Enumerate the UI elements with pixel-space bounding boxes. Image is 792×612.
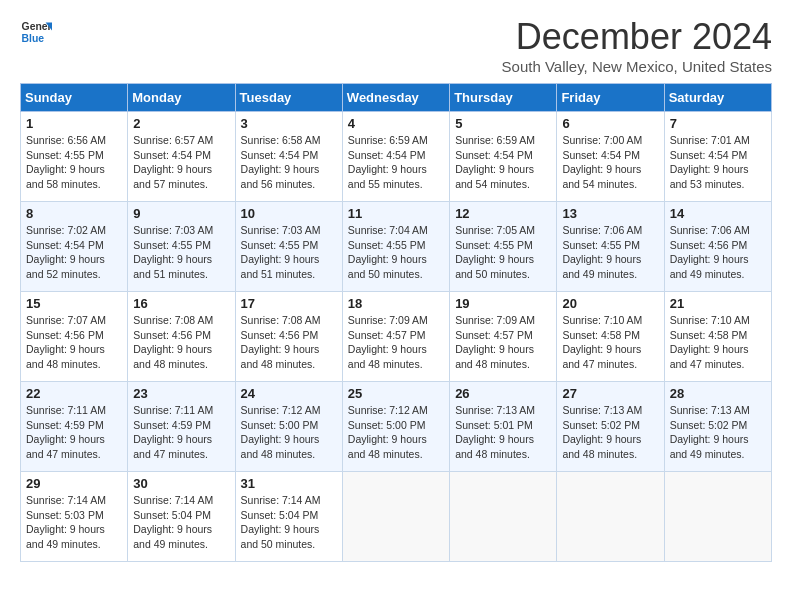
day-number: 26 (455, 386, 551, 401)
day-number: 13 (562, 206, 658, 221)
day-info: Sunrise: 6:59 AM Sunset: 4:54 PM Dayligh… (348, 133, 444, 192)
day-number: 2 (133, 116, 229, 131)
calendar-day-cell: 1Sunrise: 6:56 AM Sunset: 4:55 PM Daylig… (21, 112, 128, 202)
calendar-table: SundayMondayTuesdayWednesdayThursdayFrid… (20, 83, 772, 562)
calendar-day-cell: 7Sunrise: 7:01 AM Sunset: 4:54 PM Daylig… (664, 112, 771, 202)
calendar-day-cell: 26Sunrise: 7:13 AM Sunset: 5:01 PM Dayli… (450, 382, 557, 472)
calendar-day-cell: 27Sunrise: 7:13 AM Sunset: 5:02 PM Dayli… (557, 382, 664, 472)
day-info: Sunrise: 7:06 AM Sunset: 4:55 PM Dayligh… (562, 223, 658, 282)
calendar-day-cell: 31Sunrise: 7:14 AM Sunset: 5:04 PM Dayli… (235, 472, 342, 562)
day-number: 31 (241, 476, 337, 491)
day-info: Sunrise: 7:13 AM Sunset: 5:02 PM Dayligh… (562, 403, 658, 462)
day-info: Sunrise: 7:09 AM Sunset: 4:57 PM Dayligh… (348, 313, 444, 372)
calendar-day-cell: 16Sunrise: 7:08 AM Sunset: 4:56 PM Dayli… (128, 292, 235, 382)
day-info: Sunrise: 7:10 AM Sunset: 4:58 PM Dayligh… (562, 313, 658, 372)
weekday-header-cell: Friday (557, 84, 664, 112)
calendar-day-cell: 13Sunrise: 7:06 AM Sunset: 4:55 PM Dayli… (557, 202, 664, 292)
day-info: Sunrise: 7:03 AM Sunset: 4:55 PM Dayligh… (241, 223, 337, 282)
calendar-day-cell: 15Sunrise: 7:07 AM Sunset: 4:56 PM Dayli… (21, 292, 128, 382)
logo: General Blue (20, 16, 52, 48)
day-info: Sunrise: 7:06 AM Sunset: 4:56 PM Dayligh… (670, 223, 766, 282)
location-title: South Valley, New Mexico, United States (502, 58, 772, 75)
day-info: Sunrise: 7:00 AM Sunset: 4:54 PM Dayligh… (562, 133, 658, 192)
title-area: December 2024 South Valley, New Mexico, … (502, 16, 772, 75)
calendar-day-cell: 22Sunrise: 7:11 AM Sunset: 4:59 PM Dayli… (21, 382, 128, 472)
day-number: 30 (133, 476, 229, 491)
calendar-day-cell: 21Sunrise: 7:10 AM Sunset: 4:58 PM Dayli… (664, 292, 771, 382)
calendar-day-cell (664, 472, 771, 562)
calendar-week-row: 8Sunrise: 7:02 AM Sunset: 4:54 PM Daylig… (21, 202, 772, 292)
day-number: 8 (26, 206, 122, 221)
day-number: 10 (241, 206, 337, 221)
day-number: 9 (133, 206, 229, 221)
calendar-day-cell: 30Sunrise: 7:14 AM Sunset: 5:04 PM Dayli… (128, 472, 235, 562)
day-number: 11 (348, 206, 444, 221)
calendar-day-cell: 3Sunrise: 6:58 AM Sunset: 4:54 PM Daylig… (235, 112, 342, 202)
day-number: 19 (455, 296, 551, 311)
calendar-day-cell: 17Sunrise: 7:08 AM Sunset: 4:56 PM Dayli… (235, 292, 342, 382)
day-number: 18 (348, 296, 444, 311)
calendar-day-cell: 19Sunrise: 7:09 AM Sunset: 4:57 PM Dayli… (450, 292, 557, 382)
day-number: 23 (133, 386, 229, 401)
day-number: 21 (670, 296, 766, 311)
day-number: 4 (348, 116, 444, 131)
day-info: Sunrise: 6:59 AM Sunset: 4:54 PM Dayligh… (455, 133, 551, 192)
calendar-day-cell: 14Sunrise: 7:06 AM Sunset: 4:56 PM Dayli… (664, 202, 771, 292)
day-info: Sunrise: 7:09 AM Sunset: 4:57 PM Dayligh… (455, 313, 551, 372)
day-info: Sunrise: 7:12 AM Sunset: 5:00 PM Dayligh… (241, 403, 337, 462)
calendar-week-row: 1Sunrise: 6:56 AM Sunset: 4:55 PM Daylig… (21, 112, 772, 202)
weekday-header-cell: Sunday (21, 84, 128, 112)
weekday-header-cell: Wednesday (342, 84, 449, 112)
day-info: Sunrise: 7:14 AM Sunset: 5:03 PM Dayligh… (26, 493, 122, 552)
calendar-day-cell: 4Sunrise: 6:59 AM Sunset: 4:54 PM Daylig… (342, 112, 449, 202)
day-number: 20 (562, 296, 658, 311)
calendar-day-cell: 9Sunrise: 7:03 AM Sunset: 4:55 PM Daylig… (128, 202, 235, 292)
day-info: Sunrise: 7:05 AM Sunset: 4:55 PM Dayligh… (455, 223, 551, 282)
calendar-day-cell: 28Sunrise: 7:13 AM Sunset: 5:02 PM Dayli… (664, 382, 771, 472)
calendar-day-cell: 25Sunrise: 7:12 AM Sunset: 5:00 PM Dayli… (342, 382, 449, 472)
day-info: Sunrise: 6:58 AM Sunset: 4:54 PM Dayligh… (241, 133, 337, 192)
header: General Blue December 2024 South Valley,… (20, 16, 772, 75)
calendar-week-row: 22Sunrise: 7:11 AM Sunset: 4:59 PM Dayli… (21, 382, 772, 472)
calendar-day-cell: 29Sunrise: 7:14 AM Sunset: 5:03 PM Dayli… (21, 472, 128, 562)
day-number: 29 (26, 476, 122, 491)
calendar-day-cell: 18Sunrise: 7:09 AM Sunset: 4:57 PM Dayli… (342, 292, 449, 382)
day-number: 22 (26, 386, 122, 401)
calendar-day-cell: 10Sunrise: 7:03 AM Sunset: 4:55 PM Dayli… (235, 202, 342, 292)
calendar-day-cell: 5Sunrise: 6:59 AM Sunset: 4:54 PM Daylig… (450, 112, 557, 202)
weekday-header-cell: Saturday (664, 84, 771, 112)
day-number: 5 (455, 116, 551, 131)
calendar-day-cell (342, 472, 449, 562)
day-info: Sunrise: 7:10 AM Sunset: 4:58 PM Dayligh… (670, 313, 766, 372)
day-number: 15 (26, 296, 122, 311)
day-info: Sunrise: 7:13 AM Sunset: 5:01 PM Dayligh… (455, 403, 551, 462)
day-info: Sunrise: 6:56 AM Sunset: 4:55 PM Dayligh… (26, 133, 122, 192)
calendar-week-row: 15Sunrise: 7:07 AM Sunset: 4:56 PM Dayli… (21, 292, 772, 382)
day-info: Sunrise: 6:57 AM Sunset: 4:54 PM Dayligh… (133, 133, 229, 192)
calendar-week-row: 29Sunrise: 7:14 AM Sunset: 5:03 PM Dayli… (21, 472, 772, 562)
weekday-header: SundayMondayTuesdayWednesdayThursdayFrid… (21, 84, 772, 112)
calendar-day-cell: 24Sunrise: 7:12 AM Sunset: 5:00 PM Dayli… (235, 382, 342, 472)
calendar-day-cell: 12Sunrise: 7:05 AM Sunset: 4:55 PM Dayli… (450, 202, 557, 292)
day-info: Sunrise: 7:13 AM Sunset: 5:02 PM Dayligh… (670, 403, 766, 462)
day-info: Sunrise: 7:14 AM Sunset: 5:04 PM Dayligh… (133, 493, 229, 552)
logo-icon: General Blue (20, 16, 52, 48)
calendar-day-cell (450, 472, 557, 562)
day-info: Sunrise: 7:02 AM Sunset: 4:54 PM Dayligh… (26, 223, 122, 282)
day-number: 25 (348, 386, 444, 401)
calendar-body: 1Sunrise: 6:56 AM Sunset: 4:55 PM Daylig… (21, 112, 772, 562)
day-number: 3 (241, 116, 337, 131)
day-number: 27 (562, 386, 658, 401)
month-title: December 2024 (502, 16, 772, 58)
day-info: Sunrise: 7:12 AM Sunset: 5:00 PM Dayligh… (348, 403, 444, 462)
day-number: 24 (241, 386, 337, 401)
day-number: 14 (670, 206, 766, 221)
weekday-header-cell: Thursday (450, 84, 557, 112)
calendar-day-cell: 2Sunrise: 6:57 AM Sunset: 4:54 PM Daylig… (128, 112, 235, 202)
day-info: Sunrise: 7:08 AM Sunset: 4:56 PM Dayligh… (133, 313, 229, 372)
calendar-day-cell: 11Sunrise: 7:04 AM Sunset: 4:55 PM Dayli… (342, 202, 449, 292)
day-number: 17 (241, 296, 337, 311)
day-info: Sunrise: 7:14 AM Sunset: 5:04 PM Dayligh… (241, 493, 337, 552)
day-info: Sunrise: 7:11 AM Sunset: 4:59 PM Dayligh… (133, 403, 229, 462)
day-number: 1 (26, 116, 122, 131)
